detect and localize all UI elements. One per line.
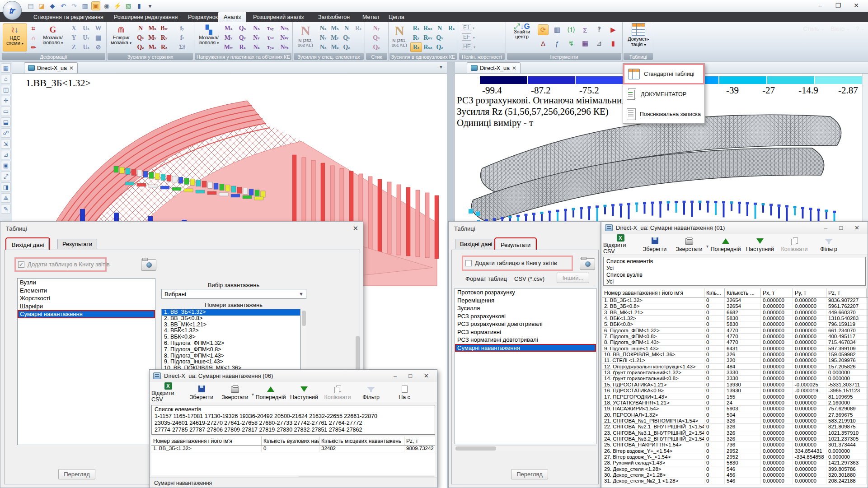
ribbon-symbol-button[interactable]: Nay (277, 33, 291, 42)
element-list-box[interactable]: Список елементівУсіСписок вузлівУсі (603, 257, 866, 286)
flash-icon[interactable]: ⚡ (113, 1, 122, 10)
preview-button[interactable]: Перегляд (511, 469, 548, 479)
ribbon-button-Мозаїка/ізополя[interactable]: GМозаїка/ізополя ▾ (40, 23, 66, 46)
table-row[interactable]: 21. СНІГОВА_№1_РІВНОМІРНА<1.54>03260.000… (602, 418, 868, 424)
ribbon-symbol-button[interactable]: Nx (249, 23, 263, 33)
window-titlebar[interactable]: Direct-X_ua: Сумарні навантаження (06) –… (150, 370, 437, 382)
toolbar-Наступний[interactable]: Наступний (743, 234, 777, 254)
menu-Стиль[interactable]: Стиль ⌄ (803, 26, 824, 32)
nelin-button-HE[interactable]: HE ▾ (462, 43, 475, 50)
ribbon-symbol-button[interactable]: τyz (263, 42, 277, 52)
lock-icon[interactable]: ▮ (135, 1, 144, 10)
odno-n-button[interactable]: NN (251,261 КЕ) (389, 23, 409, 47)
table-row[interactable]: 1. ВВ_ЗБ<1.32>0326540.0000000.0000009836… (602, 297, 868, 303)
list-item[interactable]: Шарніри (18, 302, 155, 311)
ribbon-symbol-button[interactable]: Qz (434, 42, 446, 52)
table-row[interactable]: 11. СТЕЛІ <1.21>03200.0000000.000000195.… (602, 358, 868, 363)
ribbon-symbol-button[interactable]: Qy (135, 33, 146, 42)
tab-input-data[interactable]: Вихідні дані (7, 239, 49, 250)
menu-item-1[interactable]: Стандартні таблиці (623, 64, 704, 84)
ribbon-symbol-button[interactable]: Qz (341, 42, 352, 52)
ribbon-symbol-button[interactable]: Ry (158, 33, 170, 42)
ribbon-symbol-button[interactable]: Mw (221, 42, 235, 52)
ribbon-tool-magnifier-icon[interactable]: ▮ (608, 38, 619, 49)
ribbon-symbol-button[interactable]: Naz (277, 42, 291, 52)
table-row[interactable]: 25. СНІГОВА_НАКРИТТЯ<1.54>07360.0000000.… (602, 442, 868, 448)
find-center-button[interactable]: ⤢↓GЗнайтицентр (508, 24, 536, 40)
ribbon-symbol-button[interactable]: ▦ (92, 33, 104, 42)
pan-icon[interactable]: ▣ (1, 161, 11, 170)
ribbon-button-НДС схеми[interactable]: ≀↓НДСсхеми ▾ (3, 23, 27, 51)
add-to-report-checkbox[interactable]: ✓ (18, 261, 24, 268)
load-item[interactable]: 8. Підлога_ФПМ<1.43> (162, 353, 300, 359)
preview-button[interactable]: Перегляд (58, 469, 95, 479)
ribbon-tool-numbering-icon[interactable]: ⑴ (566, 24, 577, 35)
paint-icon[interactable]: ⟁ (1, 193, 11, 203)
ribbon-symbol-button[interactable]: ⊘ (92, 42, 104, 52)
table-row[interactable]: 30. Декор_стеля_2<1.28>04560.0000000.000… (602, 472, 868, 478)
ribbon-symbol-button[interactable]: Mx (146, 23, 158, 33)
toolbar-Наступний[interactable]: Наступний (287, 382, 321, 402)
ribbon-tab-1[interactable]: Створення та редагування (28, 12, 109, 22)
toolbar-Попередній[interactable]: Попередній (708, 234, 743, 254)
toolbar-Попередній[interactable]: Попередній (254, 382, 287, 402)
tab-results[interactable]: Результати (57, 239, 97, 249)
close-tab-icon[interactable]: ✕ (512, 65, 516, 71)
ribbon-tool-rotate-icon[interactable]: Δ (538, 38, 549, 49)
ribbon-symbol-button[interactable]: N (341, 23, 352, 33)
ribbon-tab-8[interactable]: Цегла (383, 12, 410, 22)
close-button[interactable]: ✕ (847, 0, 865, 11)
toolbar-Відкрити CSV[interactable]: XВідкрити CSV (151, 382, 185, 402)
column-header[interactable]: Кількість вузлових навантажень (262, 437, 319, 445)
minimize-button[interactable]: – (824, 224, 827, 231)
beam-icon[interactable]: ⬓ (1, 117, 11, 127)
ribbon-symbol-button[interactable]: X (68, 23, 80, 33)
close-button[interactable]: ✕ (854, 224, 859, 231)
new-document-icon[interactable]: ▤ (26, 1, 35, 10)
load-item[interactable]: 4. ВБК<1.32> (162, 328, 300, 334)
table-row[interactable]: 24. СНІГОВА_№3.2_ВНУТРІШНІЙ_2<1.54>03260… (602, 436, 868, 442)
flag-icon[interactable]: ◨ (1, 182, 11, 192)
toolbar-Зберегти[interactable]: Зберегти (638, 234, 672, 254)
minimize-button[interactable]: – (811, 0, 829, 11)
load-item[interactable]: 5. ВБК<0.8> (162, 334, 300, 340)
camera-icon[interactable] (580, 258, 595, 270)
element-list-box[interactable]: Список елементів1-1157 1165-17081 17130-… (151, 405, 435, 435)
ribbon-symbol-button[interactable]: N (135, 23, 146, 33)
ribbon-symbol-button[interactable]: Uy (80, 33, 92, 42)
ribbon-symbol-button[interactable]: Rz (235, 42, 249, 52)
ribbon-tool-sum-icon[interactable]: Σ (580, 24, 591, 35)
ribbon-symbol-button[interactable]: Rz (158, 42, 170, 52)
menu-Вікно[interactable]: Вікно ⌄ (831, 26, 850, 32)
toolbar-Відкрити CSV[interactable]: XВідкрити CSV (603, 234, 638, 254)
ribbon-symbol-button[interactable]: Nz (249, 42, 263, 52)
poly-icon[interactable]: ◫ (1, 85, 11, 94)
column-header[interactable]: Py, т (793, 288, 826, 297)
cabinet-icon[interactable]: ▥ (80, 1, 89, 10)
ribbon-symbol-button[interactable]: Rx (410, 23, 422, 33)
table-row[interactable]: 14. ґрунт горизонтальний<0.8>033300.0000… (602, 376, 868, 381)
table-row[interactable]: 31. Декор_стеля_№2_1 <1.28>05460.0000000… (602, 478, 868, 484)
list-item[interactable]: Сумарні навантаження (18, 310, 155, 318)
ribbon-symbol-button[interactable]: Qx (371, 33, 382, 42)
table-row[interactable]: 16. ПДРОСТАТИКА<0.9>0139300.000000-0.000… (602, 388, 868, 394)
close-tab-icon[interactable]: ✕ (69, 65, 74, 71)
ribbon-symbol-button[interactable]: Qz (371, 42, 382, 52)
ribbon-symbol-button[interactable]: Nx (317, 23, 329, 33)
load-item[interactable]: 3. ВВ_МК<1.21> (162, 322, 300, 328)
ribbon-symbol-button[interactable]: Ry (410, 33, 422, 42)
table-row[interactable]: 26. Вітер вздовж_Y+_<1.54>029520.0000003… (602, 448, 868, 454)
toolbar-Зберегти[interactable]: Зберегти (185, 382, 218, 402)
ribbon-button-Мозаїка/ізополя[interactable]: ▚Мозаїка/ізополя ▾ (196, 23, 221, 46)
ribbon-symbol-button[interactable]: ✏ (29, 43, 38, 52)
ribbon-symbol-button[interactable]: Nz (317, 42, 329, 52)
table-row[interactable]: 2. ВВ_ЗБ<0.8>0326540.0000000.0000005961.… (602, 303, 868, 309)
ribbon-tab-3[interactable]: Розрахунок (183, 12, 223, 22)
ribbon-symbol-button[interactable]: Mx (329, 23, 341, 33)
result-type-list[interactable]: Протокол розрахункуПереміщенняЗусилляРСЗ… (455, 288, 596, 444)
add-to-report-row[interactable]: Додати таблицю в Книгу звітів (465, 260, 557, 266)
list-item[interactable]: Жорсткості (18, 294, 155, 302)
ribbon-symbol-button[interactable]: Ruz (422, 42, 434, 52)
pointer-icon[interactable]: ▦ (1, 63, 11, 73)
ribbon-tab-6[interactable]: Залізобетон (313, 12, 355, 22)
